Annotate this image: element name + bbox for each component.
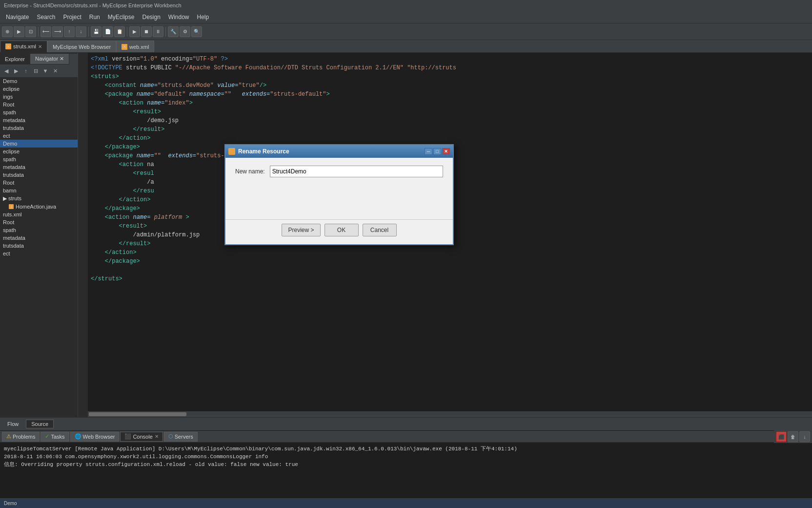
dialog-title-icon: [228, 148, 235, 155]
dialog-win-buttons: ─ □ ✕: [425, 148, 450, 155]
dialog-close-btn[interactable]: ✕: [442, 148, 450, 155]
dialog-spacer: [235, 182, 443, 212]
dialog-newname-label: New name:: [235, 168, 265, 175]
dialog-minimize-btn[interactable]: ─: [425, 148, 432, 155]
dialog-title-left: Rename Resource: [228, 148, 289, 155]
dialog-title-text: Rename Resource: [238, 148, 289, 155]
dialog-buttons: Preview > OK Cancel: [225, 219, 453, 244]
dialog-field-row: New name:: [235, 166, 443, 177]
dialog-body: New name:: [225, 158, 453, 219]
rename-dialog: Rename Resource ─ □ ✕ New name: Preview …: [224, 144, 454, 245]
dialog-newname-input[interactable]: [270, 166, 443, 177]
dialog-cancel-btn[interactable]: Cancel: [363, 224, 397, 236]
dialog-maximize-btn[interactable]: □: [433, 148, 441, 155]
dialog-overlay: Rename Resource ─ □ ✕ New name: Preview …: [0, 0, 812, 508]
dialog-titlebar: Rename Resource ─ □ ✕: [225, 145, 453, 158]
dialog-preview-btn[interactable]: Preview >: [282, 224, 320, 236]
dialog-ok-btn[interactable]: OK: [325, 224, 359, 236]
